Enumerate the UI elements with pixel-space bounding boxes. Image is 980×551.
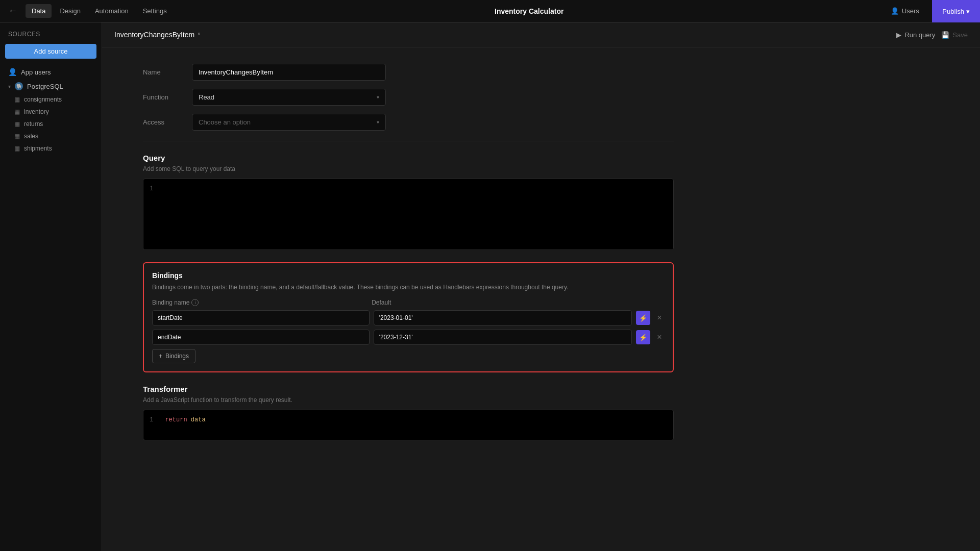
postgres-children: ▦ consignments ▦ inventory ▦ returns ▦ s…	[0, 93, 102, 155]
users-label: Users	[902, 7, 919, 15]
divider-1	[143, 141, 674, 141]
binding-name-input-1[interactable]	[152, 330, 370, 345]
binding-default-label: Default	[372, 299, 391, 306]
binding-name-label: Binding name	[152, 299, 189, 306]
postgres-header[interactable]: ▾ 🐘 PostgreSQL	[0, 79, 102, 93]
add-source-button[interactable]: Add source	[5, 44, 96, 59]
sources-header: Sources	[0, 29, 102, 44]
binding-row-0: ⚡ ×	[152, 310, 665, 325]
returns-label: returns	[24, 120, 43, 128]
users-button[interactable]: 👤 Users	[886, 4, 924, 18]
bindings-column-headers: Binding name i Default	[152, 299, 665, 306]
binding-default-col-label: Default	[372, 299, 628, 306]
name-row: Name	[143, 64, 674, 81]
access-select[interactable]: Choose an option ▾	[192, 114, 386, 131]
save-button[interactable]: 💾 Save	[941, 31, 968, 39]
access-placeholder: Choose an option	[199, 118, 251, 126]
bindings-title: Bindings	[152, 271, 665, 280]
sales-label: sales	[24, 133, 38, 140]
binding-info-icon[interactable]: i	[191, 299, 199, 306]
sidebar-item-inventory[interactable]: ▦ inventory	[6, 106, 102, 118]
add-binding-icon: +	[159, 353, 162, 360]
save-icon: 💾	[941, 31, 949, 39]
unsaved-indicator: °	[198, 31, 200, 39]
function-select[interactable]: Read ▾	[192, 89, 386, 106]
tab-data[interactable]: Data	[26, 4, 52, 18]
nav-tabs: Data Design Automation Settings	[26, 4, 173, 18]
sidebar-item-sales[interactable]: ▦ sales	[6, 130, 102, 142]
postgres-label: PostgreSQL	[27, 83, 63, 90]
page-title-row: InventoryChangesByItem °	[114, 31, 200, 39]
publish-button[interactable]: Publish ▾	[932, 0, 980, 22]
main-content: InventoryChangesByItem ° ▶ Run query 💾 S…	[102, 22, 980, 551]
access-row: Access Choose an option ▾	[143, 114, 674, 131]
transformer-editor[interactable]: 1 return data	[143, 410, 674, 440]
header-actions: ▶ Run query 💾 Save	[896, 31, 968, 39]
query-desc: Add some SQL to query your data	[143, 165, 674, 172]
bindings-section: Bindings Bindings come in two parts: the…	[143, 262, 674, 372]
query-section: Query Add some SQL to query your data 1	[143, 154, 674, 250]
access-chevron-icon: ▾	[377, 119, 379, 125]
table-icon: ▦	[14, 96, 20, 103]
tab-automation[interactable]: Automation	[89, 4, 135, 18]
sidebar-item-shipments[interactable]: ▦ shipments	[6, 142, 102, 155]
consignments-label: consignments	[24, 96, 62, 103]
binding-row-1: ⚡ ×	[152, 330, 665, 345]
run-query-label: Run query	[904, 31, 935, 39]
back-icon: ←	[8, 6, 17, 16]
run-query-button[interactable]: ▶ Run query	[896, 31, 935, 39]
publish-label: Publish	[942, 8, 964, 15]
publish-drop-icon: ▾	[966, 8, 970, 15]
top-navigation: ← Data Design Automation Settings Invent…	[0, 0, 980, 22]
binding-default-input-0[interactable]	[374, 310, 632, 325]
binding-name-input-0[interactable]	[152, 310, 370, 325]
function-value: Read	[199, 93, 214, 101]
app-users-icon: 👤	[8, 68, 17, 76]
query-editor[interactable]: 1	[143, 179, 674, 250]
name-label: Name	[143, 68, 184, 76]
table-icon: ▦	[14, 145, 20, 152]
function-row: Function Read ▾	[143, 89, 674, 106]
function-label: Function	[143, 93, 184, 101]
binding-default-input-1[interactable]	[374, 330, 632, 345]
transformer-keyword: return	[165, 416, 187, 423]
transformer-line-num: 1	[150, 416, 153, 423]
binding-bolt-button-1[interactable]: ⚡	[636, 330, 650, 344]
sidebar: Sources Add source 👤 App users ▾ 🐘 Postg…	[0, 22, 102, 551]
users-icon: 👤	[891, 7, 899, 15]
save-label: Save	[952, 31, 968, 39]
binding-name-col-label: Binding name i	[152, 299, 365, 306]
tab-design[interactable]: Design	[54, 4, 86, 18]
tab-settings[interactable]: Settings	[137, 4, 173, 18]
query-line-num: 1	[150, 185, 153, 192]
transformer-section: Transformer Add a JavaScript function to…	[143, 385, 674, 457]
table-icon: ▦	[14, 133, 20, 140]
run-query-icon: ▶	[896, 31, 901, 39]
sidebar-item-app-users[interactable]: 👤 App users	[0, 65, 102, 79]
sidebar-item-consignments[interactable]: ▦ consignments	[6, 93, 102, 106]
name-input[interactable]	[192, 64, 386, 81]
function-chevron-icon: ▾	[377, 94, 379, 100]
transformer-var: data	[191, 416, 206, 423]
add-binding-label: Bindings	[165, 353, 189, 360]
table-icon: ▦	[14, 108, 20, 115]
query-title: Query	[143, 154, 674, 162]
form-section: Name Function Read ▾ Access Choose an op…	[102, 47, 715, 473]
transformer-title: Transformer	[143, 385, 674, 393]
table-icon: ▦	[14, 120, 20, 128]
add-binding-button[interactable]: + Bindings	[152, 349, 195, 363]
postgres-icon: 🐘	[15, 82, 23, 90]
binding-remove-button-1[interactable]: ×	[654, 332, 665, 342]
inventory-label: inventory	[24, 108, 49, 115]
page-title: InventoryChangesByItem	[114, 31, 194, 39]
sidebar-item-returns[interactable]: ▦ returns	[6, 118, 102, 130]
access-label: Access	[143, 118, 184, 126]
bindings-desc: Bindings come in two parts: the binding …	[152, 283, 665, 292]
binding-remove-button-0[interactable]: ×	[654, 313, 665, 323]
page-header: InventoryChangesByItem ° ▶ Run query 💾 S…	[102, 22, 980, 47]
shipments-label: shipments	[24, 145, 52, 152]
back-button[interactable]: ←	[8, 6, 17, 16]
transformer-desc: Add a JavaScript function to transform t…	[143, 396, 674, 404]
binding-bolt-button-0[interactable]: ⚡	[636, 311, 650, 325]
main-layout: Sources Add source 👤 App users ▾ 🐘 Postg…	[0, 22, 980, 551]
